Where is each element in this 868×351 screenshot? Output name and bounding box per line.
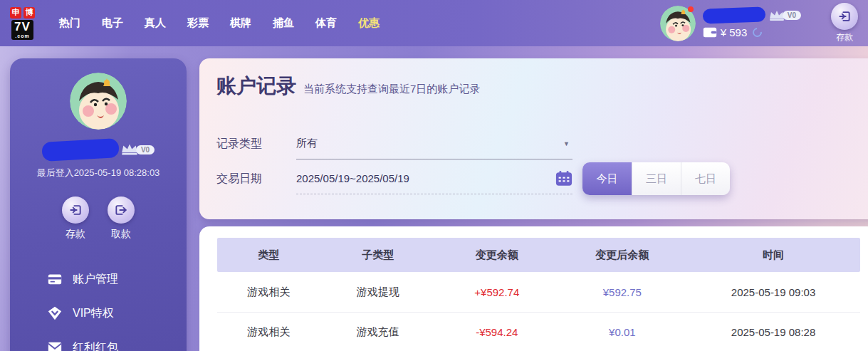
record-time: 2025-05-19 08:28 [686,326,860,338]
username-redacted[interactable] [702,6,765,23]
table-row: 游戏相关 游戏提现 +¥592.74 ¥592.75 2025-05-19 09… [217,272,860,312]
deposit-label: 存款 [836,31,853,43]
account-records-panel: 账户记录 当前系统支持查询最近7日的账户记录 记录类型 所有 ▼ 交易日期 20… [199,58,868,219]
top-navbar: 申 博 7V .com 热门 电子 真人 彩票 棋牌 捕鱼 体育 优惠 [0,0,868,46]
brand-seal-left: 申 [10,7,21,19]
envelope-icon [47,340,63,351]
brand-seals: 申 博 [10,7,35,19]
user-info: V0 ¥ 593 [703,8,801,38]
user-cluster: V0 ¥ 593 存款 [660,3,858,43]
col-type: 类型 [217,248,320,262]
refresh-balance-icon[interactable] [751,26,764,38]
date-range-input[interactable]: 2025/05/19~2025/05/19 [296,163,572,194]
sidebar-withdraw-button[interactable]: 取款 [108,197,135,241]
nav-item-cards[interactable]: 棋牌 [230,16,251,30]
sidebar-user-line: V0 [10,138,187,161]
change-amount: +¥592.74 [436,286,558,298]
record-time: 2025-05-19 09:03 [686,286,860,298]
topbar-deposit-button[interactable]: 存款 [831,3,858,43]
date-range-tabs: 今日 三日 七日 [582,162,730,195]
calendar-icon[interactable] [555,170,572,187]
tab-today[interactable]: 今日 [582,162,632,195]
nav-item-hot[interactable]: 热门 [59,16,80,30]
page-title: 账户记录 [216,73,296,100]
withdraw-icon [108,197,135,224]
filters: 记录类型 所有 ▼ 交易日期 2025/05/19~2025/05/19 [216,128,572,194]
bank-card-icon [47,271,63,287]
main-nav: 热门 电子 真人 彩票 棋牌 捕鱼 体育 优惠 [59,16,380,30]
sidebar-menu: 账户管理 VIP特权 红利红包 [10,262,187,351]
notification-dot [688,6,694,12]
balance-amount: ¥ 593 [721,26,748,38]
sidebar-item-bonus-redpacket[interactable]: 红利红包 [47,330,187,351]
nav-item-fishing[interactable]: 捕鱼 [273,16,294,30]
brand-logo[interactable]: 申 博 7V .com [10,7,35,40]
col-change: 变更余额 [436,248,558,262]
wallet-icon [703,27,717,38]
transaction-date-label: 交易日期 [216,163,296,194]
sidebar-item-vip-privileges[interactable]: VIP特权 [47,296,187,330]
tab-seven-days[interactable]: 七日 [681,162,730,195]
sidebar-avatar[interactable] [70,73,127,130]
sidebar-deposit-button[interactable]: 存款 [62,197,89,241]
nav-item-live[interactable]: 真人 [145,16,166,30]
after-balance: ¥592.75 [558,286,687,298]
nav-item-sports[interactable]: 体育 [315,16,337,30]
brand-wordmark: 7V .com [11,20,33,40]
vip-diamond-icon [47,305,63,321]
record-type-label: 记录类型 [216,128,296,159]
records-table-panel: 类型 子类型 变更余额 变更后余额 时间 游戏相关 游戏提现 +¥592.74 … [199,226,868,351]
sidebar-quick-actions: 存款 取款 [10,197,187,241]
col-subtype: 子类型 [320,248,436,262]
nav-item-promo[interactable]: 优惠 [358,16,380,30]
after-balance: ¥0.01 [558,326,687,338]
sidebar: V0 最后登入2025-05-19 08:28:03 存款 [10,58,187,351]
nav-item-lottery[interactable]: 彩票 [187,16,209,30]
col-time: 时间 [686,248,860,262]
vip-level-badge: V0 [783,11,801,20]
change-amount: -¥594.24 [436,326,558,338]
username-redacted [41,138,119,162]
deposit-icon [831,3,858,30]
chevron-down-icon[interactable]: ▼ [563,140,570,147]
tab-three-days[interactable]: 三日 [632,162,681,195]
avatar-image [70,73,127,130]
nav-item-slots[interactable]: 电子 [102,16,123,30]
brand-seal-right: 博 [23,7,35,19]
sidebar-item-account-management[interactable]: 账户管理 [47,262,187,296]
last-login-text: 最后登入2025-05-19 08:28:03 [10,167,187,179]
deposit-icon [62,197,89,224]
page-subtitle: 当前系统支持查询最近7日的账户记录 [303,83,480,96]
user-avatar[interactable] [660,6,696,41]
col-after-balance: 变更后余额 [558,248,687,262]
table-header-row: 类型 子类型 变更余额 变更后余额 时间 [217,238,860,272]
table-row: 游戏相关 游戏充值 -¥594.24 ¥0.01 2025-05-19 08:2… [217,312,860,351]
vip-level-badge: V0 [136,145,155,154]
record-type-select[interactable]: 所有 ▼ [296,128,572,159]
